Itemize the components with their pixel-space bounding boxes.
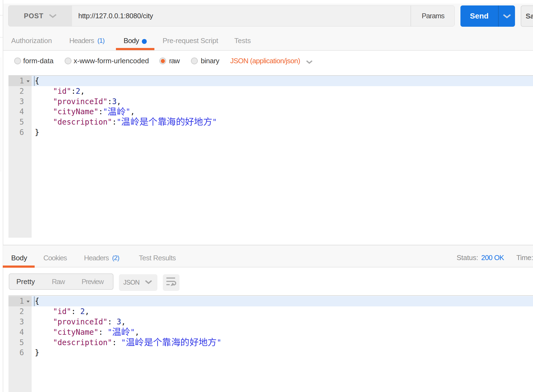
cjk-glyph <box>158 117 167 126</box>
code-line[interactable]: "provinceId": 3, <box>32 317 533 327</box>
chevron-down-icon <box>49 14 57 18</box>
postman-window: POST Params Send Save Authorization Head… <box>0 0 533 392</box>
tab-headers[interactable]: Headers(1) <box>69 32 94 49</box>
radio-x-www-form-urlencoded[interactable] <box>65 58 71 64</box>
cjk-glyph <box>121 117 130 126</box>
radio-label-binary[interactable]: binary <box>201 54 219 68</box>
line-number: 4 <box>8 327 24 337</box>
cjk-glyph <box>121 327 130 336</box>
content-type-label: JSON (application/json) <box>230 57 300 65</box>
line-number: 3 <box>8 97 24 107</box>
code-line[interactable]: "description":"" <box>32 117 533 127</box>
response-format-label: JSON <box>123 274 139 291</box>
params-label: Params <box>422 12 444 20</box>
response-headers-count-badge: (2) <box>112 249 119 266</box>
body-modified-dot <box>142 39 147 44</box>
tab-pre-request-script[interactable]: Pre-request Script <box>163 32 218 49</box>
line-number: 1 <box>8 296 24 306</box>
chevron-down-icon <box>503 14 511 19</box>
radio-raw[interactable] <box>159 58 166 64</box>
cjk-glyph <box>126 337 135 346</box>
cjk-glyph <box>208 337 217 346</box>
line-number: 2 <box>8 86 24 97</box>
response-tab-cookies[interactable]: Cookies <box>43 249 67 266</box>
response-tabbar <box>3 245 533 267</box>
view-preview[interactable]: Preview <box>82 273 103 290</box>
status-badge: 200 OK <box>481 249 504 266</box>
cjk-glyph <box>176 117 185 126</box>
status-label: Status: <box>457 249 478 266</box>
wrap-lines-icon[interactable] <box>165 276 180 287</box>
sidebar-item-divider <box>0 37 3 38</box>
code-line[interactable]: "id":2, <box>32 86 533 97</box>
radio-binary[interactable] <box>191 58 198 64</box>
save-button[interactable]: Save <box>521 5 533 27</box>
code-line[interactable]: "provinceId":3, <box>32 97 533 107</box>
editor-top-border <box>8 295 533 296</box>
method-label: POST <box>24 12 43 20</box>
chevron-down-icon[interactable] <box>306 60 313 64</box>
line-number: 6 <box>8 127 24 138</box>
cjk-glyph <box>148 117 157 126</box>
view-raw[interactable]: Raw <box>52 273 65 290</box>
radio-label-form-data[interactable]: form-data <box>23 54 53 68</box>
code-line[interactable]: "cityName":"", <box>32 107 533 117</box>
line-number: 5 <box>8 337 24 348</box>
cjk-glyph <box>117 107 126 116</box>
code-line[interactable]: } <box>32 127 533 138</box>
send-options-caret[interactable] <box>498 5 515 27</box>
line-number: 1 <box>8 76 24 86</box>
response-tabbar-border <box>3 267 533 267</box>
cjk-glyph <box>112 327 121 336</box>
cjk-glyph <box>199 337 208 346</box>
line-number: 2 <box>8 306 24 317</box>
active-tab-underline <box>116 48 154 50</box>
cjk-glyph <box>185 117 194 126</box>
response-tab-headers[interactable]: Headers(2) <box>84 249 109 266</box>
line-number: 6 <box>8 348 24 358</box>
cjk-glyph <box>135 337 144 346</box>
url-input[interactable] <box>72 6 411 26</box>
code-line[interactable]: } <box>32 348 533 358</box>
send-button[interactable]: Send <box>460 5 515 27</box>
response-tab-test-results[interactable]: Test Results <box>139 249 176 266</box>
cjk-glyph <box>167 117 176 126</box>
sidebar-item-divider <box>0 15 3 16</box>
response-active-tab-underline <box>3 266 35 268</box>
cjk-glyph <box>107 107 116 116</box>
tab-authorization[interactable]: Authorization <box>11 32 52 49</box>
radio-label-x-www-form-urlencoded[interactable]: x-www-form-urlencoded <box>74 54 149 68</box>
view-pretty[interactable]: Pretty <box>16 273 35 290</box>
radio-form-data[interactable] <box>14 58 21 64</box>
fold-arrow-icon[interactable] <box>26 300 30 303</box>
sidebar-panel-edge <box>1 57 1 172</box>
params-button[interactable]: Params <box>411 6 455 26</box>
text-cursor <box>34 76 35 86</box>
line-number: 5 <box>8 117 24 127</box>
radio-label-raw[interactable]: raw <box>169 54 179 68</box>
code-line[interactable]: "cityName": "", <box>32 327 533 337</box>
code-line[interactable]: { <box>32 296 533 306</box>
send-label[interactable]: Send <box>460 5 498 27</box>
tab-tests[interactable]: Tests <box>234 32 251 49</box>
headers-count-badge: (1) <box>97 32 104 49</box>
response-tab-body[interactable]: Body <box>11 249 27 266</box>
url-bar-group: POST Params <box>8 5 455 26</box>
fold-arrow-icon[interactable] <box>26 80 30 83</box>
method-dropdown[interactable]: POST <box>8 6 72 26</box>
cjk-glyph <box>153 337 162 346</box>
time-label: Time: <box>516 249 533 266</box>
cjk-glyph <box>144 337 153 346</box>
cjk-glyph <box>130 117 139 126</box>
cjk-glyph <box>180 337 189 346</box>
tab-body[interactable]: Body <box>124 32 139 49</box>
cjk-glyph <box>190 337 199 346</box>
code-line[interactable]: "description": "" <box>32 337 533 348</box>
text-cursor <box>34 296 35 306</box>
cjk-glyph <box>171 337 180 346</box>
chevron-down-icon[interactable] <box>145 280 152 284</box>
code-line[interactable]: "id": 2, <box>32 306 533 317</box>
code-line[interactable]: { <box>32 76 533 86</box>
cjk-glyph <box>194 117 203 126</box>
content-type-dropdown[interactable]: JSON (application/json) <box>230 54 300 68</box>
